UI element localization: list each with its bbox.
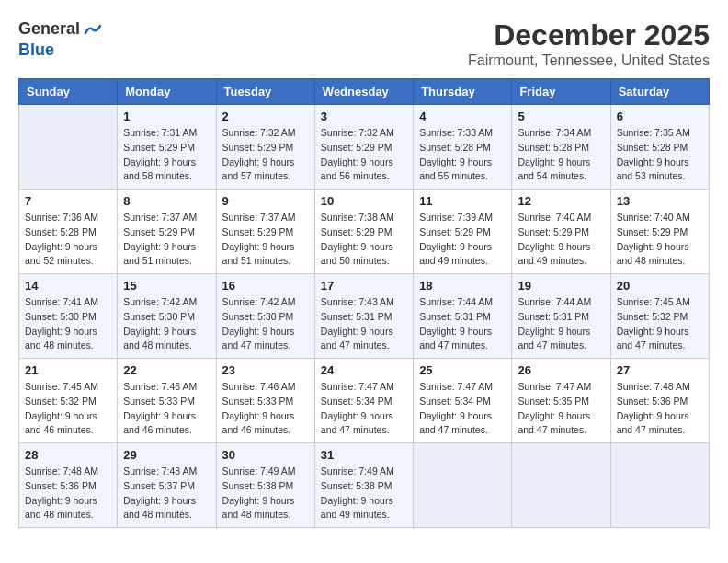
day-info: Sunrise: 7:49 AM Sunset: 5:38 PM Dayligh… xyxy=(222,465,309,523)
month-title: December 2025 xyxy=(468,18,710,52)
day-info: Sunrise: 7:39 AM Sunset: 5:29 PM Dayligh… xyxy=(419,211,506,269)
calendar-day-cell: 3Sunrise: 7:32 AM Sunset: 5:29 PM Daylig… xyxy=(314,105,413,190)
day-info: Sunrise: 7:41 AM Sunset: 5:30 PM Dayligh… xyxy=(25,295,111,353)
day-number: 8 xyxy=(123,194,210,208)
day-number: 16 xyxy=(222,279,309,293)
logo: General Blue xyxy=(18,18,104,61)
day-info: Sunrise: 7:34 AM Sunset: 5:28 PM Dayligh… xyxy=(518,126,604,184)
calendar-day-cell: 21Sunrise: 7:45 AM Sunset: 5:32 PM Dayli… xyxy=(19,359,118,443)
calendar-day-cell: 12Sunrise: 7:40 AM Sunset: 5:29 PM Dayli… xyxy=(512,190,610,274)
title-block: December 2025 Fairmount, Tennessee, Unit… xyxy=(468,18,710,69)
calendar-day-cell: 16Sunrise: 7:42 AM Sunset: 5:30 PM Dayli… xyxy=(216,274,314,359)
day-info: Sunrise: 7:45 AM Sunset: 5:32 PM Dayligh… xyxy=(25,380,111,438)
day-number: 13 xyxy=(617,194,703,208)
day-info: Sunrise: 7:32 AM Sunset: 5:29 PM Dayligh… xyxy=(321,126,407,184)
day-info: Sunrise: 7:42 AM Sunset: 5:30 PM Dayligh… xyxy=(123,295,210,353)
day-number: 1 xyxy=(123,109,210,123)
day-info: Sunrise: 7:49 AM Sunset: 5:38 PM Dayligh… xyxy=(321,465,407,523)
day-number: 18 xyxy=(419,279,506,293)
calendar-day-cell xyxy=(610,443,709,528)
calendar-day-cell: 1Sunrise: 7:31 AM Sunset: 5:29 PM Daylig… xyxy=(118,105,216,190)
calendar-day-cell: 24Sunrise: 7:47 AM Sunset: 5:34 PM Dayli… xyxy=(314,359,413,443)
calendar-day-cell: 14Sunrise: 7:41 AM Sunset: 5:30 PM Dayli… xyxy=(19,274,118,359)
day-number: 15 xyxy=(123,279,210,293)
day-info: Sunrise: 7:44 AM Sunset: 5:31 PM Dayligh… xyxy=(419,295,506,353)
calendar-day-cell: 11Sunrise: 7:39 AM Sunset: 5:29 PM Dayli… xyxy=(414,190,512,274)
day-number: 25 xyxy=(419,363,506,377)
day-info: Sunrise: 7:45 AM Sunset: 5:32 PM Dayligh… xyxy=(617,295,703,353)
day-info: Sunrise: 7:37 AM Sunset: 5:29 PM Dayligh… xyxy=(123,211,210,269)
day-info: Sunrise: 7:33 AM Sunset: 5:28 PM Dayligh… xyxy=(419,126,506,184)
day-number: 31 xyxy=(321,448,407,462)
calendar-day-cell: 18Sunrise: 7:44 AM Sunset: 5:31 PM Dayli… xyxy=(414,274,512,359)
day-number: 11 xyxy=(419,194,506,208)
calendar-day-cell: 8Sunrise: 7:37 AM Sunset: 5:29 PM Daylig… xyxy=(118,190,216,274)
calendar-day-cell: 23Sunrise: 7:46 AM Sunset: 5:33 PM Dayli… xyxy=(216,359,314,443)
day-number: 17 xyxy=(321,279,407,293)
calendar-day-cell: 5Sunrise: 7:34 AM Sunset: 5:28 PM Daylig… xyxy=(512,105,610,190)
calendar-day-cell: 30Sunrise: 7:49 AM Sunset: 5:38 PM Dayli… xyxy=(216,443,314,528)
day-info: Sunrise: 7:42 AM Sunset: 5:30 PM Dayligh… xyxy=(222,295,309,353)
calendar-day-cell: 31Sunrise: 7:49 AM Sunset: 5:38 PM Dayli… xyxy=(314,443,413,528)
calendar-day-cell xyxy=(19,105,118,190)
day-number: 23 xyxy=(222,363,309,377)
calendar-day-cell: 27Sunrise: 7:48 AM Sunset: 5:36 PM Dayli… xyxy=(610,359,709,443)
calendar-day-cell: 25Sunrise: 7:47 AM Sunset: 5:34 PM Dayli… xyxy=(414,359,512,443)
calendar-day-cell: 13Sunrise: 7:40 AM Sunset: 5:29 PM Dayli… xyxy=(610,190,709,274)
day-info: Sunrise: 7:36 AM Sunset: 5:28 PM Dayligh… xyxy=(25,211,111,269)
location: Fairmount, Tennessee, United States xyxy=(468,52,710,69)
calendar-day-cell: 15Sunrise: 7:42 AM Sunset: 5:30 PM Dayli… xyxy=(118,274,216,359)
weekday-header: Tuesday xyxy=(216,79,314,105)
calendar-week-row: 21Sunrise: 7:45 AM Sunset: 5:32 PM Dayli… xyxy=(19,359,710,443)
calendar-week-row: 1Sunrise: 7:31 AM Sunset: 5:29 PM Daylig… xyxy=(19,105,710,190)
day-number: 14 xyxy=(25,279,111,293)
day-number: 28 xyxy=(25,448,111,462)
calendar-day-cell: 29Sunrise: 7:48 AM Sunset: 5:37 PM Dayli… xyxy=(118,443,216,528)
calendar-day-cell: 22Sunrise: 7:46 AM Sunset: 5:33 PM Dayli… xyxy=(118,359,216,443)
day-info: Sunrise: 7:47 AM Sunset: 5:35 PM Dayligh… xyxy=(518,380,604,438)
calendar-header-row: SundayMondayTuesdayWednesdayThursdayFrid… xyxy=(19,79,710,105)
day-number: 21 xyxy=(25,363,111,377)
day-info: Sunrise: 7:40 AM Sunset: 5:29 PM Dayligh… xyxy=(617,211,703,269)
calendar-week-row: 28Sunrise: 7:48 AM Sunset: 5:36 PM Dayli… xyxy=(19,443,710,528)
calendar-day-cell xyxy=(512,443,610,528)
calendar-day-cell xyxy=(414,443,512,528)
day-info: Sunrise: 7:47 AM Sunset: 5:34 PM Dayligh… xyxy=(419,380,506,438)
calendar-week-row: 7Sunrise: 7:36 AM Sunset: 5:28 PM Daylig… xyxy=(19,190,710,274)
day-number: 6 xyxy=(617,109,703,123)
calendar-day-cell: 26Sunrise: 7:47 AM Sunset: 5:35 PM Dayli… xyxy=(512,359,610,443)
calendar-day-cell: 10Sunrise: 7:38 AM Sunset: 5:29 PM Dayli… xyxy=(314,190,413,274)
calendar-day-cell: 17Sunrise: 7:43 AM Sunset: 5:31 PM Dayli… xyxy=(314,274,413,359)
day-info: Sunrise: 7:37 AM Sunset: 5:29 PM Dayligh… xyxy=(222,211,309,269)
day-info: Sunrise: 7:46 AM Sunset: 5:33 PM Dayligh… xyxy=(222,380,309,438)
day-number: 10 xyxy=(321,194,407,208)
day-number: 30 xyxy=(222,448,309,462)
day-number: 2 xyxy=(222,109,309,123)
weekday-header: Saturday xyxy=(610,79,709,105)
day-info: Sunrise: 7:40 AM Sunset: 5:29 PM Dayligh… xyxy=(518,211,604,269)
day-info: Sunrise: 7:43 AM Sunset: 5:31 PM Dayligh… xyxy=(321,295,407,353)
day-number: 20 xyxy=(617,279,703,293)
weekday-header: Wednesday xyxy=(314,79,413,105)
day-number: 19 xyxy=(518,279,604,293)
calendar-day-cell: 19Sunrise: 7:44 AM Sunset: 5:31 PM Dayli… xyxy=(512,274,610,359)
calendar-day-cell: 6Sunrise: 7:35 AM Sunset: 5:28 PM Daylig… xyxy=(610,105,709,190)
day-number: 7 xyxy=(25,194,111,208)
day-number: 27 xyxy=(617,363,703,377)
day-number: 24 xyxy=(321,363,407,377)
day-info: Sunrise: 7:46 AM Sunset: 5:33 PM Dayligh… xyxy=(123,380,210,438)
day-number: 9 xyxy=(222,194,309,208)
day-info: Sunrise: 7:38 AM Sunset: 5:29 PM Dayligh… xyxy=(321,211,407,269)
day-info: Sunrise: 7:35 AM Sunset: 5:28 PM Dayligh… xyxy=(617,126,703,184)
calendar-day-cell: 9Sunrise: 7:37 AM Sunset: 5:29 PM Daylig… xyxy=(216,190,314,274)
day-info: Sunrise: 7:48 AM Sunset: 5:37 PM Dayligh… xyxy=(123,465,210,523)
calendar-day-cell: 28Sunrise: 7:48 AM Sunset: 5:36 PM Dayli… xyxy=(19,443,118,528)
day-info: Sunrise: 7:32 AM Sunset: 5:29 PM Dayligh… xyxy=(222,126,309,184)
day-number: 26 xyxy=(518,363,604,377)
calendar-day-cell: 7Sunrise: 7:36 AM Sunset: 5:28 PM Daylig… xyxy=(19,190,118,274)
logo-icon xyxy=(82,18,104,40)
calendar-week-row: 14Sunrise: 7:41 AM Sunset: 5:30 PM Dayli… xyxy=(19,274,710,359)
calendar-day-cell: 2Sunrise: 7:32 AM Sunset: 5:29 PM Daylig… xyxy=(216,105,314,190)
day-number: 22 xyxy=(123,363,210,377)
day-info: Sunrise: 7:47 AM Sunset: 5:34 PM Dayligh… xyxy=(321,380,407,438)
